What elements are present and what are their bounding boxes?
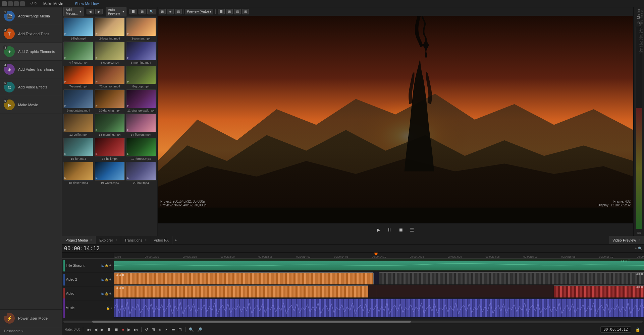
transport-next-frame[interactable]: ▶: [126, 327, 131, 333]
sidebar-item-power-user[interactable]: ⚡ Power User Mode: [0, 310, 62, 327]
transport-prev-frame[interactable]: ◀: [93, 327, 98, 333]
title-clip-tool-2[interactable]: ⊞: [625, 259, 627, 263]
view-zoom-btn[interactable]: 🔍: [147, 9, 156, 14]
clip-tool[interactable]: ⊡: [636, 285, 638, 288]
media-thumb-1[interactable]: ▶ 1-flight.mp4: [63, 17, 93, 40]
video2-clip-1[interactable]: ⊡ ⊞ ☰: [114, 272, 374, 285]
show-me-how-link[interactable]: Show Me How: [75, 2, 99, 6]
media-thumb-5[interactable]: ▶ 5-couple.mp4: [95, 42, 124, 64]
auto-preview-btn[interactable]: Auto Preview ▾: [106, 7, 126, 16]
preview-tool-1[interactable]: ⊞: [159, 9, 166, 14]
clip-tool[interactable]: ☰: [641, 285, 643, 288]
timeline-zoom-out-btn[interactable]: 🔍: [638, 247, 642, 250]
preview-play-btn[interactable]: ▶: [375, 226, 382, 233]
tab-video-preview[interactable]: Video Preview ×: [609, 236, 644, 244]
title-clip-tool-3[interactable]: ☰: [628, 259, 631, 263]
media-thumb-10[interactable]: ▶ 9-mountains.mp4: [63, 89, 93, 112]
redo-btn[interactable]: ↻: [34, 1, 37, 6]
media-thumb-11[interactable]: ▶ 10-dancing.mp4: [95, 89, 124, 112]
transport-lock[interactable]: 🔒: [634, 327, 641, 333]
sidebar-item-add-media[interactable]: 1 🎬 Add/Arrange Media: [0, 7, 62, 25]
track-lock-video2[interactable]: 🔒: [105, 278, 108, 281]
preview-loop-btn[interactable]: ☰: [409, 226, 416, 233]
sidebar-item-make-movie[interactable]: 6 ▶ Make Movie: [0, 96, 62, 114]
sidebar-item-add-text[interactable]: 2 T Add Text and Titles: [0, 25, 62, 43]
preview-mode-btn[interactable]: Preview (Auto) ▾: [185, 9, 213, 14]
clip-tool[interactable]: ⊞: [119, 286, 121, 289]
add-media-btn[interactable]: Add Media... ▾: [63, 7, 84, 16]
media-thumb-19[interactable]: ▶ 18-desert.mp4: [63, 162, 93, 185]
clip-tool[interactable]: ☰: [122, 273, 124, 276]
topbar-undo-icons[interactable]: ↺ ↻: [30, 1, 37, 6]
clip-tool[interactable]: ⊡: [116, 286, 118, 289]
transport-zoom-in[interactable]: 🔍: [188, 327, 195, 333]
nav-back-btn[interactable]: ◀: [87, 9, 94, 14]
tab-video-fx[interactable]: Video FX: [150, 236, 172, 244]
media-thumb-7[interactable]: ▶ 7-sunset.mp4: [63, 66, 93, 88]
track-eye-title[interactable]: 👁: [109, 264, 112, 267]
transport-stop[interactable]: ⏹: [113, 327, 119, 333]
tab-explorer-close[interactable]: ×: [115, 238, 117, 242]
preview-extra-4[interactable]: ⊞: [242, 9, 249, 14]
preview-tool-3[interactable]: ⊡: [175, 9, 182, 14]
auto-preview-dropdown-icon[interactable]: ▾: [122, 10, 124, 13]
add-media-dropdown-icon[interactable]: ▾: [79, 10, 81, 13]
track-fx-title[interactable]: fx: [101, 264, 104, 267]
transport-to-end[interactable]: ⏭: [133, 327, 139, 333]
tab-explorer[interactable]: Explorer ×: [96, 236, 121, 244]
transport-snap[interactable]: ⊞: [151, 327, 156, 333]
view-list-btn[interactable]: ☰: [129, 9, 137, 14]
clip-tool[interactable]: ☰: [122, 286, 124, 289]
tab-transitions-close[interactable]: ×: [145, 238, 147, 242]
timeline-scrollbar-thumb[interactable]: [92, 321, 411, 323]
media-thumb-12[interactable]: ▶ 11-strange-wall.mp4: [126, 89, 156, 112]
track-eye-video[interactable]: 👁: [109, 292, 112, 295]
track-content-title[interactable]: ⊡ ⊞ ☰: [114, 259, 644, 272]
app-control-icons[interactable]: [2, 1, 25, 6]
nav-forward-btn[interactable]: ▶: [95, 9, 103, 14]
media-thumb-3[interactable]: ▶ 3-woman.mp4: [126, 17, 156, 40]
media-thumb-16[interactable]: ▶ 15-fun.mp4: [63, 138, 93, 160]
preview-extra-1[interactable]: ☰: [218, 9, 225, 14]
transport-tool-3[interactable]: ⊡: [177, 327, 183, 333]
tab-project-media[interactable]: Project Media ×: [62, 236, 96, 244]
track-content-music[interactable]: [114, 298, 644, 319]
media-thumb-9[interactable]: ▶ 8-group.mp4: [126, 66, 156, 88]
video-clip-1[interactable]: ⊡ ⊞ ☰: [114, 285, 368, 298]
media-thumb-21[interactable]: ▶ 20-hair.mp4: [126, 162, 156, 185]
preview-tool-2[interactable]: ◈: [167, 9, 174, 14]
track-eye-video2[interactable]: 👁: [109, 278, 112, 281]
track-lock-music[interactable]: 🔒: [106, 307, 110, 310]
transport-play[interactable]: ▶: [100, 327, 105, 333]
transport-pause[interactable]: ⏸: [106, 327, 112, 333]
timeline-scrollbar-track[interactable]: [63, 321, 643, 323]
preview-mode-dropdown[interactable]: ▾: [210, 10, 211, 13]
media-thumb-20[interactable]: ▶ 19-water.mp4: [95, 162, 124, 185]
view-grid-btn[interactable]: ⊞: [139, 9, 146, 14]
track-lock-title[interactable]: 🔒: [105, 264, 108, 267]
transport-tool-2[interactable]: ☰: [170, 327, 176, 333]
preview-stop-btn[interactable]: ⏹: [397, 226, 405, 233]
media-thumb-18[interactable]: ▶ 17-forrest.mp4: [126, 138, 156, 160]
media-thumb-6[interactable]: ▶ 6-morning.mp4: [126, 42, 156, 64]
preview-extra-3[interactable]: ⊡: [234, 9, 241, 14]
timeline-add-track-btn[interactable]: +: [635, 247, 637, 250]
clip-end-tool[interactable]: ☰: [641, 272, 643, 275]
tab-transitions[interactable]: Transitions ×: [121, 236, 150, 244]
media-thumb-8[interactable]: ▶ 72-canyon.mp4: [95, 66, 124, 88]
video2-clip-2[interactable]: [379, 272, 644, 285]
track-mute-music[interactable]: ♪: [111, 307, 113, 310]
media-thumb-14[interactable]: ▶ 13-morning.mp4: [95, 114, 124, 136]
media-thumb-2[interactable]: ▶ 2-laughing.mp4: [95, 17, 124, 40]
track-content-video2[interactable]: ⊡ ⊞ ☰ ⊡ ⊞ ☰: [114, 272, 644, 285]
transport-zoom-out[interactable]: 🔎: [196, 327, 203, 333]
clip-end-tool[interactable]: ⊡: [636, 272, 638, 275]
sidebar-item-add-transitions[interactable]: 4 ◈ Add Video Transitions: [0, 61, 62, 78]
transport-marker[interactable]: ◈: [157, 327, 162, 333]
track-fx-video[interactable]: fx: [101, 292, 104, 295]
video-clip-2[interactable]: [554, 285, 644, 298]
transport-record[interactable]: ●: [121, 327, 125, 333]
preview-pause-btn[interactable]: ⏸: [386, 226, 393, 233]
track-content-video[interactable]: ⊡ ⊞ ☰ ⊡ ⊞ ☰: [114, 285, 644, 298]
transport-tool-1[interactable]: ✂: [164, 327, 169, 333]
